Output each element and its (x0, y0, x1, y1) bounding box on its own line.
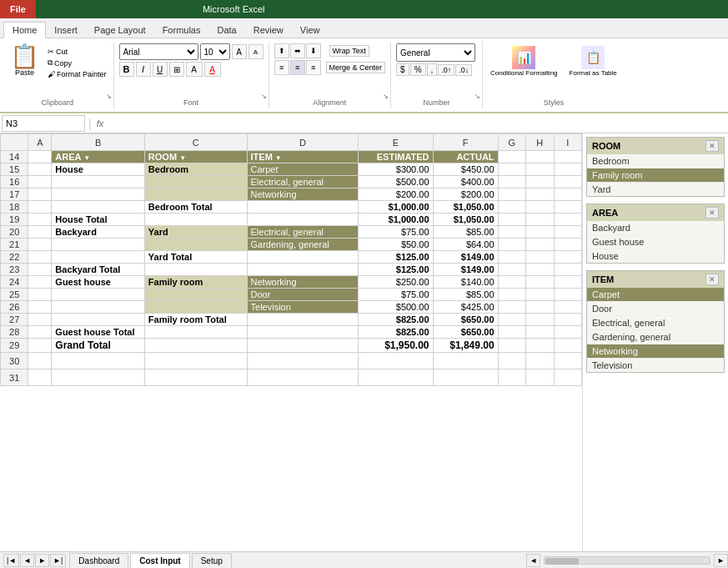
tab-nav-prev[interactable]: ◄ (20, 554, 34, 567)
sheet-tab-setup[interactable]: Setup (192, 553, 232, 568)
row-num-15[interactable]: 15 (1, 163, 28, 176)
cell-F19[interactable]: $1,050.00 (433, 214, 498, 226)
slicer-item[interactable]: Door (587, 302, 724, 316)
cell-C26[interactable] (144, 301, 247, 314)
tab-nav-next[interactable]: ► (35, 554, 49, 567)
cell-F23[interactable]: $149.00 (433, 264, 498, 276)
cell-B28[interactable]: Guest house Total (52, 326, 145, 339)
cell-C22[interactable]: Yard Total (144, 251, 247, 264)
clipboard-expand[interactable]: ↘ (106, 93, 112, 100)
cell-F20[interactable]: $85.00 (433, 226, 498, 239)
cell-E24[interactable]: $250.00 (359, 276, 433, 289)
col-header-A[interactable]: A (28, 134, 52, 151)
tab-page-layout[interactable]: Page Layout (86, 23, 154, 38)
cell-D26[interactable]: Television (247, 301, 359, 314)
align-bottom-button[interactable]: ⬇ (306, 43, 321, 58)
col-header-D[interactable]: D (247, 134, 359, 151)
slicer-item-clear[interactable]: ✕ (705, 274, 719, 285)
row-num-20[interactable]: 20 (1, 226, 28, 239)
align-left-button[interactable]: ≡ (274, 60, 289, 75)
cell-E16[interactable]: $500.00 (359, 176, 433, 188)
cell-D25[interactable]: Door (247, 289, 359, 301)
format-painter-button[interactable]: 🖌 Format Painter (46, 69, 108, 79)
cell-E23[interactable]: $125.00 (359, 264, 433, 276)
copy-button[interactable]: ⧉ Copy (46, 58, 108, 68)
align-right-button[interactable]: ≡ (306, 60, 321, 75)
decrease-font-button[interactable]: A (249, 44, 264, 59)
row-num-18[interactable]: 18 (1, 201, 28, 214)
cell-E19[interactable]: $1,000.00 (359, 214, 433, 226)
row-num-16[interactable]: 16 (1, 176, 28, 188)
cell-B14[interactable]: AREA ▼ (52, 151, 145, 163)
slicer-room-clear[interactable]: ✕ (705, 140, 719, 152)
slicer-area-clear[interactable]: ✕ (705, 207, 719, 219)
cell-C14[interactable]: ROOM ▼ (144, 151, 247, 163)
cell-C25[interactable] (144, 289, 247, 301)
sheet-tab-cost-input[interactable]: Cost Input (130, 553, 189, 568)
tab-nav-first[interactable]: |◄ (3, 554, 19, 567)
formula-input[interactable] (107, 118, 728, 128)
cell-F28[interactable]: $650.00 (433, 326, 498, 339)
cell-F15[interactable]: $450.00 (433, 163, 498, 176)
slicer-item[interactable]: Networking (587, 344, 724, 359)
cell-D20[interactable]: Electrical, general (247, 226, 359, 239)
align-top-button[interactable]: ⬆ (274, 43, 289, 58)
cell-D16[interactable]: Electrical, general (247, 176, 359, 188)
row-num-19[interactable]: 19 (1, 214, 28, 226)
tab-formulas[interactable]: Formulas (154, 23, 209, 38)
cell-F26[interactable]: $425.00 (433, 301, 498, 314)
cell-C27[interactable]: Family room Total (144, 314, 247, 326)
increase-decimal-button[interactable]: .0↑ (438, 64, 454, 76)
increase-font-button[interactable]: A (232, 44, 247, 59)
number-expand[interactable]: ↘ (474, 93, 480, 100)
cell-C18[interactable]: Bedroom Total (144, 201, 247, 214)
wrap-text-button[interactable]: Wrap Text (329, 45, 369, 57)
slicer-item[interactable]: Carpet (587, 288, 724, 302)
tab-review[interactable]: Review (245, 23, 292, 38)
alignment-expand[interactable]: ↘ (383, 93, 389, 100)
cell-C16[interactable] (144, 176, 247, 188)
slicer-item[interactable]: Yard (587, 183, 724, 196)
col-header-H[interactable]: H (526, 134, 554, 151)
cell-D17[interactable]: Networking (247, 188, 359, 201)
col-header-F[interactable]: F (433, 134, 498, 151)
comma-button[interactable]: , (427, 63, 438, 76)
number-format-select[interactable]: General (396, 43, 475, 62)
merge-center-button[interactable]: Merge & Center (326, 62, 386, 73)
cell-D21[interactable]: Gardening, general (247, 239, 359, 251)
col-header-select-all[interactable] (1, 134, 28, 151)
cell-B29[interactable]: Grand Total (52, 339, 145, 353)
slicer-item[interactable]: Bedroom (587, 154, 724, 168)
italic-button[interactable]: I (136, 62, 151, 77)
cell-E27[interactable]: $825.00 (359, 314, 433, 326)
col-header-I[interactable]: I (554, 134, 582, 151)
paste-button[interactable]: 📋 Paste (7, 43, 43, 78)
name-box[interactable] (2, 115, 85, 132)
col-header-C[interactable]: C (144, 134, 247, 151)
cell-B24[interactable]: Guest house (52, 276, 145, 289)
row-num-31[interactable]: 31 (1, 369, 28, 386)
col-header-G[interactable]: G (498, 134, 525, 151)
cell-F27[interactable]: $650.00 (433, 314, 498, 326)
row-num-17[interactable]: 17 (1, 188, 28, 201)
tab-nav-last[interactable]: ►| (50, 554, 66, 567)
horizontal-scrollbar[interactable] (544, 556, 710, 565)
row-num-28[interactable]: 28 (1, 326, 28, 339)
cell-F18[interactable]: $1,050.00 (433, 201, 498, 214)
slicer-item[interactable]: Backyard (587, 221, 724, 235)
fill-color-button[interactable]: A (186, 62, 203, 77)
decrease-decimal-button[interactable]: .0↓ (455, 64, 472, 76)
cell-F17[interactable]: $200.00 (433, 188, 498, 201)
scroll-left-button[interactable]: ◄ (526, 554, 540, 567)
cell-D15[interactable]: Carpet (247, 163, 359, 176)
font-size-select[interactable]: 10 (200, 43, 230, 60)
cell-C20[interactable]: Yard (144, 226, 247, 239)
row-num-14[interactable]: 14 (1, 151, 28, 163)
align-center-button[interactable]: ≡ (290, 60, 305, 75)
currency-button[interactable]: $ (396, 63, 409, 76)
row-num-22[interactable]: 22 (1, 251, 28, 264)
cell-D24[interactable]: Networking (247, 276, 359, 289)
cell-F24[interactable]: $140.00 (433, 276, 498, 289)
tab-data[interactable]: Data (208, 23, 244, 38)
slicer-item[interactable]: Guest house (587, 235, 724, 249)
